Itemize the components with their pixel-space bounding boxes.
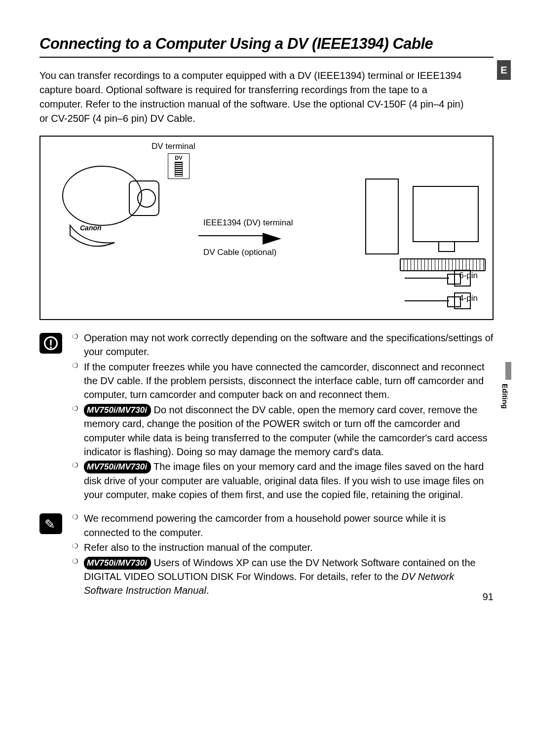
svg-point-2 — [138, 189, 155, 207]
model-badge: MV750i/MV730i — [84, 461, 151, 473]
arrow-icon — [263, 233, 281, 245]
page-title: Connecting to a Computer Using a DV (IEE… — [39, 35, 494, 58]
warning-item: MV750i/MV730i The image files on your me… — [72, 460, 494, 502]
note-item: MV750i/MV730i Users of Windows XP can us… — [72, 556, 494, 598]
six-pin-label: 6-pin — [459, 271, 478, 281]
warning-icon — [39, 333, 62, 354]
four-pin-label: 4-pin — [459, 293, 478, 303]
section-indicator — [505, 362, 511, 380]
language-tab: E — [497, 60, 511, 80]
connection-diagram: DV terminal DV Canon IEEE1394 (DV) termi… — [39, 136, 494, 320]
note-item: Refer also to the instruction manual of … — [72, 540, 494, 554]
warning-block: Operation may not work correctly dependi… — [39, 331, 494, 503]
warning-item: Operation may not work correctly dependi… — [72, 331, 494, 359]
ieee-terminal-label: IEEE1394 (DV) terminal — [203, 218, 293, 228]
note-text: . — [206, 585, 209, 596]
page-number: 91 — [483, 591, 494, 603]
dv-cable-label: DV Cable (optional) — [203, 248, 276, 257]
intro-paragraph: You can transfer recordings to a compute… — [39, 69, 494, 126]
note-item: We recommend powering the camcorder from… — [72, 511, 494, 540]
svg-rect-1 — [129, 181, 159, 216]
model-badge: MV750i/MV730i — [84, 557, 151, 570]
svg-text:Canon: Canon — [80, 224, 102, 232]
dv-terminal-label: DV terminal — [152, 142, 195, 151]
model-badge: MV750i/MV730i — [84, 404, 151, 417]
computer-icon — [365, 179, 479, 257]
warning-item: MV750i/MV730i Do not disconnect the DV c… — [72, 403, 494, 459]
note-icon — [39, 513, 62, 534]
section-label: Editing — [501, 384, 509, 409]
camcorder-icon: Canon — [55, 156, 179, 252]
note-block: We recommend powering the camcorder from… — [39, 511, 494, 598]
cable-icon — [198, 235, 263, 236]
warning-item: If the computer freezes while you have c… — [72, 360, 494, 402]
